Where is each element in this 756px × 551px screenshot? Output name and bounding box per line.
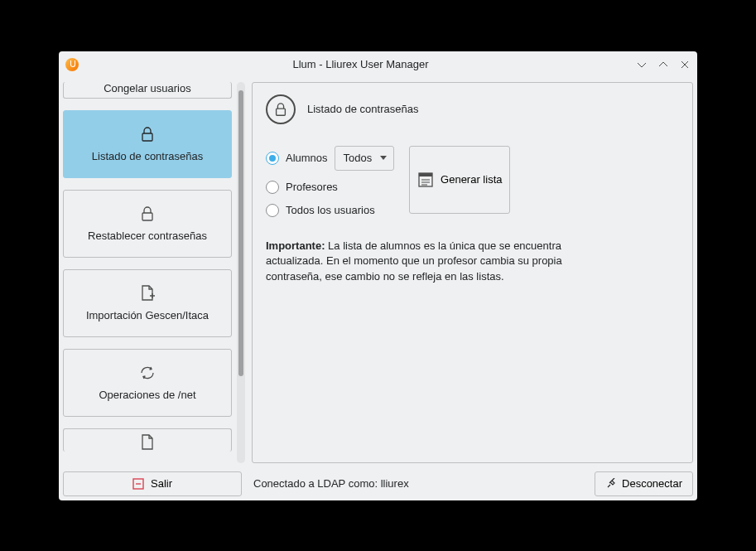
- close-button[interactable]: [679, 59, 691, 70]
- radio-icon: [266, 204, 279, 217]
- svg-rect-4: [419, 173, 432, 176]
- radio-label: Alumnos: [286, 152, 328, 164]
- app-icon: [65, 58, 79, 71]
- chevron-down-icon: [380, 156, 387, 160]
- sidebar-item-import-gescen[interactable]: Importación Gescen/Itaca: [63, 269, 232, 337]
- sidebar-item-reset-passwords[interactable]: Restablecer contraseñas: [63, 190, 232, 258]
- radio-label: Todos los usuarios: [286, 204, 375, 216]
- sidebar-item-label: Listado de contraseñas: [92, 150, 203, 162]
- connection-status: Conectado a LDAP como: lliurex: [250, 477, 586, 490]
- scrollbar-thumb[interactable]: [238, 90, 243, 376]
- generate-list-button[interactable]: Generar lista: [409, 146, 510, 214]
- radio-label: Profesores: [286, 181, 338, 193]
- exit-icon: [132, 478, 144, 490]
- sidebar-item-partial[interactable]: [63, 428, 232, 452]
- exit-button[interactable]: Salir: [63, 471, 242, 496]
- note-label: Importante:: [266, 239, 325, 252]
- button-label: Desconectar: [622, 477, 682, 490]
- important-note: Importante: La lista de alumnos es la ún…: [266, 239, 597, 286]
- sidebar-item-label: Operaciones de /net: [99, 389, 195, 401]
- footer: Salir Conectado a LDAP como: lliurex Des…: [59, 467, 697, 500]
- group-select[interactable]: Todos: [335, 146, 395, 171]
- panel-title: Listado de contraseñas: [307, 103, 418, 115]
- sidebar-item-label: Congelar usuarios: [104, 82, 191, 94]
- svg-rect-0: [142, 133, 152, 141]
- radio-alumnos[interactable]: Alumnos Todos: [266, 146, 394, 171]
- sync-icon: [138, 364, 156, 382]
- main-panel: Listado de contraseñas Alumnos Todos: [252, 82, 693, 463]
- app-window: Llum - Lliurex User Manager Congelar usu…: [59, 51, 697, 500]
- window-title: Llum - Lliurex User Manager: [85, 58, 636, 70]
- lock-icon: [138, 205, 156, 223]
- document-icon: [138, 433, 156, 452]
- lock-icon: [266, 94, 296, 124]
- plug-icon: [605, 478, 617, 490]
- list-icon: [417, 172, 434, 188]
- sidebar-item-password-list[interactable]: Listado de contraseñas: [63, 110, 232, 178]
- minimize-button[interactable]: [636, 59, 648, 70]
- sidebar-item-label: Importación Gescen/Itaca: [86, 309, 209, 321]
- radio-todos[interactable]: Todos los usuarios: [266, 204, 394, 217]
- titlebar: Llum - Lliurex User Manager: [59, 51, 697, 78]
- sidebar-item-freeze-users[interactable]: Congelar usuarios: [63, 82, 232, 99]
- svg-rect-2: [277, 109, 286, 115]
- button-label: Generar lista: [441, 173, 502, 186]
- radio-icon: [266, 152, 279, 165]
- button-label: Salir: [151, 477, 172, 490]
- sidebar-item-net-operations[interactable]: Operaciones de /net: [63, 349, 232, 417]
- radio-icon: [266, 181, 279, 194]
- sidebar-item-label: Restablecer contraseñas: [88, 230, 207, 242]
- lock-icon: [138, 125, 156, 143]
- radio-profesores[interactable]: Profesores: [266, 181, 394, 194]
- disconnect-button[interactable]: Desconectar: [595, 471, 693, 496]
- maximize-button[interactable]: [657, 59, 669, 70]
- document-plus-icon: [138, 284, 156, 302]
- select-value: Todos: [344, 152, 373, 164]
- sidebar-scrollbar[interactable]: [237, 82, 245, 463]
- svg-rect-1: [142, 213, 152, 220]
- sidebar: Congelar usuarios Listado de contraseñas…: [63, 82, 234, 463]
